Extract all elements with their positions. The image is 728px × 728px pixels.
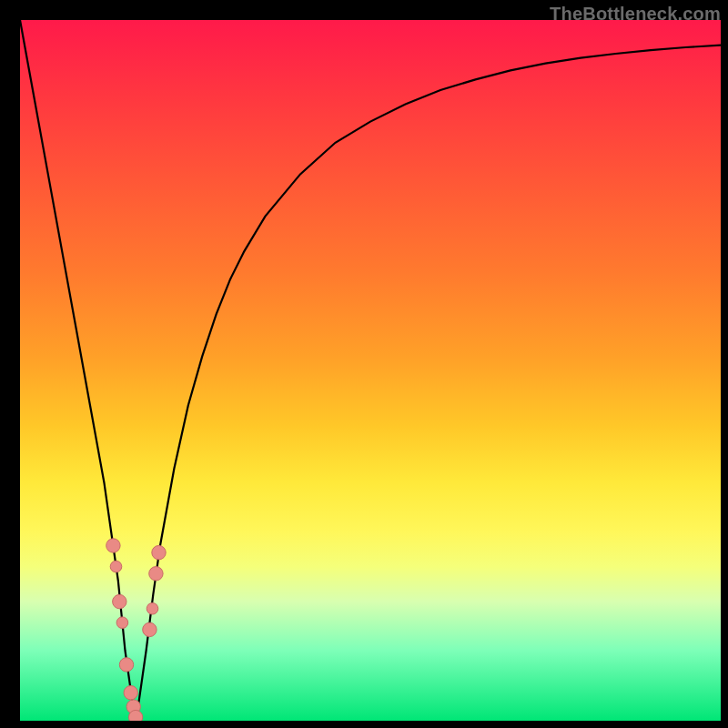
plot-area — [20, 20, 721, 721]
data-marker — [113, 594, 126, 608]
data-marker — [147, 603, 158, 615]
watermark-text: TheBottleneck.com — [550, 4, 721, 25]
bottleneck-curve — [20, 20, 721, 721]
data-marker — [106, 539, 120, 552]
data-marker — [152, 546, 166, 560]
curve-layer — [20, 20, 721, 721]
data-marker — [119, 658, 133, 672]
data-marker — [149, 567, 163, 581]
data-marker — [143, 622, 157, 636]
data-marker — [128, 710, 142, 721]
chart-stage: TheBottleneck.com — [0, 0, 728, 728]
data-marker — [110, 561, 122, 572]
data-marker — [124, 686, 137, 700]
data-marker — [126, 700, 140, 713]
data-marker — [116, 617, 128, 629]
data-markers — [106, 539, 166, 721]
